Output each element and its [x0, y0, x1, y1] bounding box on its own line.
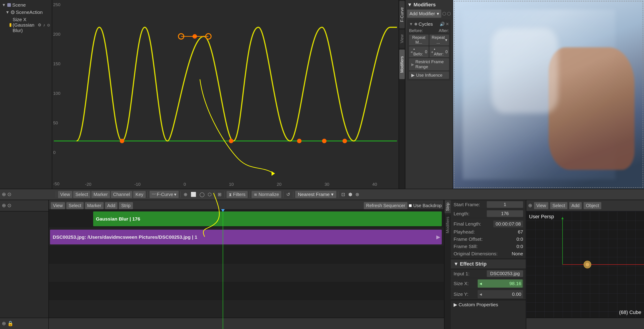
svg-point-18 [120, 139, 124, 143]
add-modifier-button[interactable]: Add Modifier ▾ [407, 10, 441, 18]
after-num-field[interactable]: ◂ • After: 0 [430, 46, 449, 57]
settings-icon[interactable]: ⚙ [38, 23, 41, 28]
befo-field[interactable]: ◂ • Befo: 0 [409, 46, 428, 57]
refresh-seq-button[interactable]: Refresh Sequencer [364, 202, 408, 209]
after2-left-arrow[interactable]: ◂ [431, 49, 433, 54]
fcurve-mode-button[interactable]: 〰 F-Curve ▾ [150, 191, 178, 198]
size-x-left-arrow[interactable]: ◂ [480, 281, 482, 286]
custom-properties-header[interactable]: ▶ Custom Properties [451, 300, 526, 309]
normalize-button[interactable]: ≋ Normalize [252, 191, 281, 198]
viewport-mode-icon[interactable]: ⊕ [528, 203, 532, 208]
dsc-image-strip[interactable]: DSC00253.jpg: /Users/davidmcsween Pictur… [50, 230, 442, 244]
fcurve-side-tab[interactable]: F-Curve [399, 1, 405, 28]
gaussian-blur-strip[interactable]: Gaussian Blur | 176 [93, 211, 442, 226]
outliner-item-action[interactable]: ▼ SceneAction [0, 9, 52, 16]
original-dim-value: None [512, 251, 523, 256]
size-y-label: Size Y: [454, 291, 468, 297]
input1-value[interactable]: DSC00253.jpg [487, 270, 523, 277]
seq-select-button[interactable]: Select [66, 202, 84, 209]
seq-camera-icon[interactable]: ⊙ [7, 203, 11, 208]
overlay-icon[interactable]: ⊛ [354, 191, 360, 198]
cycles-modifier: ▼ Cycles 🔊 ✕ Before: After: Repeat M... … [407, 20, 451, 81]
frame-still-label: Frame Still: [454, 244, 478, 249]
start-frame-value[interactable]: 1 [487, 201, 523, 208]
refresh-label: Refresh Sequencer [366, 203, 405, 208]
action-expand-icon: ▼ [6, 10, 10, 15]
viewport-view-button[interactable]: View [534, 202, 548, 209]
before-type-button[interactable]: Repeat M... [409, 35, 428, 46]
track-area[interactable]: Gaussian Blur | 176 DSC00253.jpg: /Users… [49, 209, 444, 329]
curve-icon [10, 23, 11, 27]
seq-marker-button[interactable]: Marker [85, 202, 104, 209]
fcurve-mode-label: F-Curve [157, 192, 173, 197]
restrict-icon[interactable]: ⊙ [47, 23, 50, 27]
viewport-select-label: Select [552, 203, 565, 208]
size-x-row[interactable]: Size X: ◂ 98.16 [451, 278, 526, 289]
fcurve-editor[interactable]: 250 200 150 100 50 0 -50 -20 -10 0 10 20… [52, 0, 399, 189]
toolbar-mode-icon[interactable]: ⊕ [2, 191, 6, 197]
select-menu-button[interactable]: Select [73, 191, 90, 198]
cursor-tool-icon[interactable]: ⊕ [182, 191, 188, 198]
key-menu-button[interactable]: Key [133, 191, 146, 198]
outliner-item-curve[interactable]: Size X (Gaussian Blur) ⚙ ♪ ⊙ [0, 16, 52, 34]
frame-offset-label: Frame Offset: [454, 236, 483, 242]
length-value[interactable]: 176 [487, 210, 523, 217]
size-y-left-arrow[interactable]: ◂ [480, 291, 482, 297]
modifiers-rpanel-tab[interactable]: Modifiers [444, 214, 451, 235]
select-box-icon[interactable]: ⬜ [190, 191, 198, 198]
filters-label: Filters [233, 192, 246, 197]
viewport-object-label: Object [586, 203, 599, 208]
marker-menu-button[interactable]: Marker [91, 191, 110, 198]
view-menu-button[interactable]: View [58, 191, 72, 198]
outliner-item-scene[interactable]: ▼ Scene [0, 1, 52, 9]
modifiers-triangle-icon: ▼ [407, 2, 412, 8]
bottom-lock-icon[interactable]: 🔒 [7, 320, 14, 326]
size-x-field[interactable]: ◂ 98.16 [478, 279, 523, 288]
view-label: View [60, 192, 70, 197]
cycles-visibility-dot[interactable] [414, 23, 417, 26]
bottom-mode-icon[interactable]: ⊕ [2, 320, 6, 326]
view-side-tab[interactable]: View [399, 30, 405, 48]
restrict-frame-range-button[interactable]: ▶ Restrict Frame Range [409, 58, 449, 71]
use-backdrop-checkbox[interactable] [409, 204, 412, 207]
seq-mode-icon[interactable]: ⊕ [2, 203, 6, 208]
3d-viewport[interactable]: ⊕ View Select Add Object ◂ Channel: 0 ⊛ … [526, 200, 644, 329]
size-y-row[interactable]: Size Y: ◂ 0.00 [451, 289, 526, 300]
modifier-icon1[interactable]: ⬡ [442, 11, 446, 16]
start-frame-label: Start Frame: [454, 202, 480, 207]
loop-icon[interactable]: ↺ [285, 191, 291, 198]
strip-tab[interactable]: Strip [444, 200, 451, 213]
sequencer-timeline[interactable]: View Select Marker Add Strip Refresh Seq… [49, 200, 444, 329]
use-backdrop-group: Use Backdrop [409, 203, 442, 208]
use-backdrop-label: Use Backdrop [413, 203, 442, 208]
channel-menu-button[interactable]: Channel [111, 191, 132, 198]
filters-button[interactable]: ⧗ Filters [226, 191, 248, 198]
cycles-speaker-icon[interactable]: 🔊 [440, 22, 445, 27]
viewport-add-button[interactable]: Add [569, 202, 582, 209]
cycles-expand-icon[interactable]: ▼ [409, 22, 413, 27]
speaker-icon[interactable]: ♪ [43, 23, 45, 28]
render-icon[interactable]: ⬢ [347, 191, 353, 198]
gaussian-blur-label: Gaussian Blur | 176 [96, 216, 140, 222]
viewport-object-button[interactable]: Object [584, 202, 601, 209]
normalize-icon: ≋ [254, 192, 257, 197]
befo-left-arrow[interactable]: ◂ [410, 49, 412, 54]
after-type-button[interactable]: Repeat ... ▾ [430, 35, 449, 46]
seq-marker-label: Marker [87, 203, 101, 208]
use-influence-button[interactable]: ▶ Use Influence [409, 71, 449, 79]
select-circle-icon[interactable]: ◯ [198, 191, 206, 198]
viewport-select-button[interactable]: Select [550, 202, 568, 209]
fcurve-mode-icon: 〰 [152, 192, 156, 197]
size-y-field[interactable]: ◂ 0.00 [478, 290, 523, 298]
view-fit-icon[interactable]: ⊡ [340, 191, 346, 198]
modifier-icon2[interactable]: ⬡ [447, 11, 451, 16]
toolbar-camera-icon[interactable]: ⊙ [7, 191, 11, 197]
seq-add-button[interactable]: Add [105, 202, 118, 209]
snap-icon[interactable]: ⊞ [216, 191, 223, 198]
nearest-frame-button[interactable]: Nearest Frame ▾ [295, 191, 336, 198]
seq-strip-button[interactable]: Strip [119, 202, 133, 209]
seq-view-button[interactable]: View [51, 202, 65, 209]
select-lasso-icon[interactable]: ⬡ [206, 191, 213, 198]
cycles-close-icon[interactable]: ✕ [446, 22, 449, 27]
modifiers-side-tab[interactable]: Modifiers [399, 50, 405, 79]
